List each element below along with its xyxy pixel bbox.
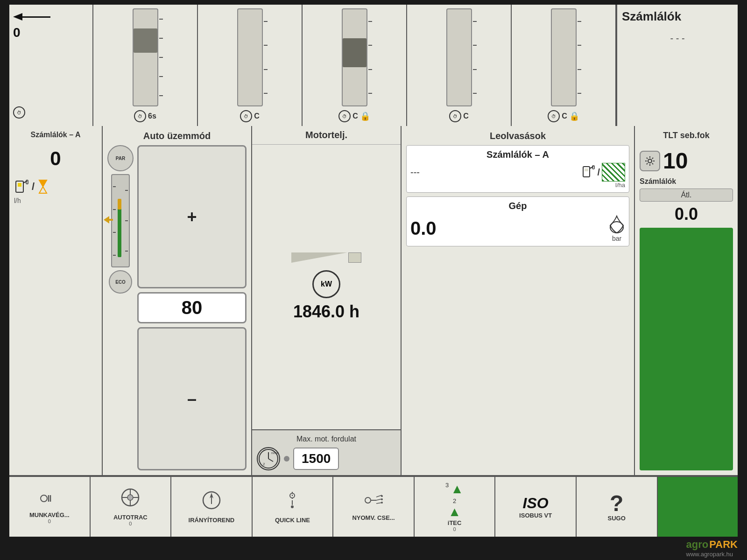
slider-marks-1 [159, 9, 163, 105]
clock-icon-1: ⏱ [134, 110, 146, 122]
panel-szamlalok-left-title: Számlálók – A [14, 131, 97, 139]
slider-marks-2 [264, 9, 268, 105]
slider-bottom-5: ⏱ C 🔒 [548, 110, 579, 122]
autotrac-badge: 0 [129, 521, 132, 526]
slider-panel-5: ⏱ C 🔒 [512, 5, 616, 126]
svg-rect-1 [18, 183, 21, 187]
btn-munkaveg[interactable]: MUNKAVÉG... 0 [9, 477, 91, 537]
slider-label-3: C [352, 112, 358, 120]
first-top-panel: 0 ⏱ [9, 5, 93, 126]
btn-sugo[interactable]: ? SUGO [577, 477, 658, 537]
svg-rect-3 [26, 180, 28, 184]
svg-line-2 [23, 181, 27, 183]
munkaveg-badge: 0 [48, 518, 51, 524]
slider-label-1: 6s [148, 112, 156, 120]
isobus-label: ISOBUS VT [519, 512, 552, 519]
svg-point-31 [291, 505, 294, 508]
watermark: agro PARK www.agropark.hu [686, 539, 738, 558]
gear-row: 10 [640, 148, 733, 174]
quickline-icon [282, 490, 303, 515]
motor-title: Motortelj. [305, 130, 347, 140]
auto-slider[interactable] [111, 174, 130, 267]
iso-logo: ISO [523, 495, 549, 512]
gep-title: Gép [410, 201, 625, 211]
auto-value-display: 80 [137, 292, 247, 323]
settings-icon-box[interactable] [640, 151, 660, 171]
par-button[interactable]: PAR [107, 145, 134, 171]
slider-fill-1 [134, 28, 157, 53]
slider-label-2: C [254, 112, 260, 120]
szamlalok-a-section: Számlálók – A --- / [406, 145, 629, 193]
bar-col: bar [608, 214, 625, 242]
hatch-box [602, 163, 625, 182]
plus-label: + [187, 207, 197, 227]
kw-icon: kW [312, 270, 340, 298]
itec-arrows: 3 ▲ 2 ▲ [445, 482, 464, 519]
eco-button[interactable]: ECO [109, 270, 132, 294]
minus-button[interactable]: – [137, 327, 247, 470]
oil-icon [608, 214, 625, 235]
top-right-dashes: - - - [622, 33, 733, 44]
panel-motor: Motortelj. kW 1846.0 h Max. mot [252, 126, 402, 475]
tlt-seb-title: TLT seb.fok [640, 131, 733, 140]
svg-line-14 [590, 167, 593, 168]
minus-label: – [187, 389, 197, 409]
zero-value: 0 [13, 25, 89, 40]
slider-panel-3: ⏱ C 🔒 [303, 5, 407, 126]
panel-auto: Auto üzemmód PAR [103, 126, 252, 475]
slider-track-1 [133, 8, 158, 106]
motor-sub-title: Max. mot. fordulat [257, 435, 396, 443]
svg-text:n/min: n/min [271, 451, 279, 455]
nyomv-label: NYOMV. CSE... [352, 514, 395, 521]
clock-icon-3: ⏱ [338, 110, 351, 122]
lha-label: l/ha [410, 182, 625, 189]
watermark-url: www.agropark.hu [686, 551, 738, 558]
szamlalok-a-title: Számlálók – A [410, 149, 625, 160]
motor-bottom: Max. mot. fordulat 2 n/min [252, 429, 401, 475]
btn-irany[interactable]: IRÁNYÍTOREND [171, 477, 253, 537]
motor-value: 1846.0 h [293, 302, 359, 322]
top-right-title: Számlálók [622, 9, 733, 24]
gep-section: Gép 0.0 bar [406, 196, 629, 246]
btn-itec[interactable]: 3 ▲ 2 ▲ iTEC 0 [415, 477, 496, 537]
plus-button[interactable]: + [137, 145, 247, 288]
green-indicator [640, 228, 733, 470]
svg-marker-6 [104, 216, 113, 224]
lock-icon-5: 🔒 [569, 111, 579, 121]
slider-bottom-1: ⏱ 6s [134, 110, 156, 122]
slider-label-4: C [463, 112, 469, 120]
fuel-pump-icon [14, 177, 29, 196]
gauge-triangle [291, 252, 347, 263]
brand-name: agro [686, 539, 709, 551]
svg-point-17 [648, 159, 652, 163]
slash-label: / [32, 181, 35, 193]
munkaveg-label: MUNKAVÉG... [29, 511, 70, 518]
slider-panel-2: ⏱ C [198, 5, 303, 126]
clock-icon: ⏱ [13, 106, 25, 119]
needle-row [13, 13, 89, 21]
gep-value: 0.0 [410, 218, 437, 239]
needle-line-icon [22, 16, 50, 18]
btn-nyomv[interactable]: NYOMV. CSE... [333, 477, 415, 537]
slider-bottom-3: ⏱ C 🔒 [338, 110, 370, 122]
tlt-bottom-value: 0.0 [640, 204, 733, 224]
btn-quickline[interactable]: QUICK LINE [253, 477, 334, 537]
kw-label: kW [321, 280, 332, 288]
slider-bottom-2: ⏱ C [240, 110, 260, 122]
btn-isobus[interactable]: ISO ISOBUS VT [495, 477, 577, 537]
svg-point-24 [127, 495, 133, 500]
itec-badge: 0 [453, 526, 456, 532]
munkaveg-icon [40, 490, 59, 510]
btn-green-last[interactable] [658, 477, 738, 537]
itec-label: iTEC [448, 519, 462, 526]
slider-panel-1: ⏱ 6s [93, 5, 198, 126]
yellow-bar [118, 199, 121, 210]
szamlalok-a-value: --- [410, 167, 420, 178]
panel-szamlalok-left: Számlálók – A 0 / [9, 126, 103, 475]
autotrac-label: AUTOTRAC [113, 514, 148, 521]
quickline-label: QUICK LINE [275, 517, 310, 524]
fuel-pump-icon-2 [582, 164, 595, 181]
btn-autotrac[interactable]: AUTOTRAC 0 [91, 477, 172, 537]
main-content-row: Számlálók – A 0 / [9, 126, 738, 476]
svg-point-38 [381, 498, 383, 500]
